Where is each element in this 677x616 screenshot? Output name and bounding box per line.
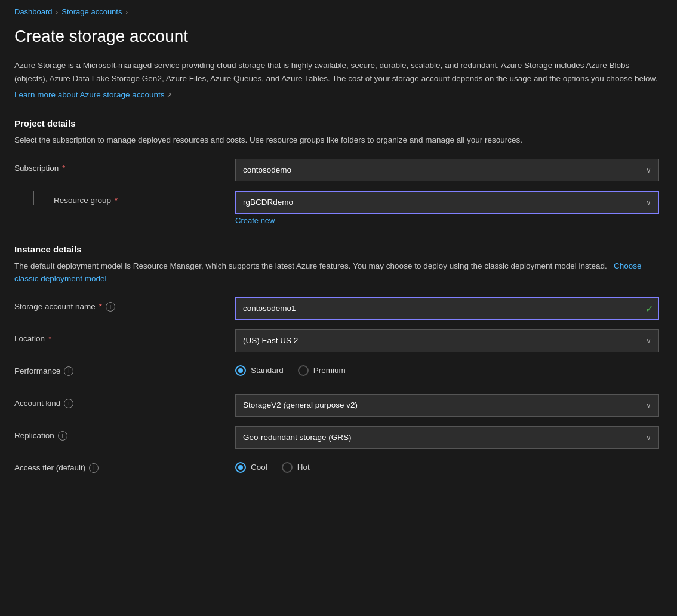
breadcrumb-chevron-2: ›	[125, 8, 128, 16]
instance-desc-text: The default deployment model is Resource…	[14, 261, 607, 270]
subscription-value: contosodemo	[243, 165, 291, 174]
account-kind-dropdown[interactable]: StorageV2 (general purpose v2) ∨	[235, 394, 659, 417]
access-tier-cool-label: Cool	[251, 463, 267, 472]
replication-value: Geo-redundant storage (GRS)	[243, 433, 352, 442]
resource-group-dropdown[interactable]: rgBCDRdemo ∨	[235, 191, 659, 214]
account-kind-label-group: Account kind i	[14, 394, 235, 408]
access-tier-info-icon[interactable]: i	[89, 463, 99, 473]
access-tier-hot-option[interactable]: Hot	[282, 462, 310, 473]
performance-row: Performance i Standard Premium	[14, 362, 663, 384]
location-arrow-icon: ∨	[646, 337, 651, 345]
account-kind-info-icon[interactable]: i	[64, 399, 73, 408]
storage-account-name-label-group: Storage account name * i	[14, 297, 235, 312]
page-title: Create storage account	[14, 27, 663, 46]
create-new-link[interactable]: Create new	[235, 216, 659, 225]
storage-account-name-control: ✓	[235, 297, 659, 320]
subscription-required: *	[62, 164, 65, 173]
instance-details-title: Instance details	[14, 244, 663, 254]
replication-info-icon[interactable]: i	[58, 431, 67, 441]
replication-arrow-icon: ∨	[646, 433, 651, 442]
replication-label-group: Replication i	[14, 426, 235, 441]
breadcrumb-dashboard[interactable]: Dashboard	[14, 7, 53, 16]
breadcrumb-storage-accounts[interactable]: Storage accounts	[61, 7, 122, 16]
learn-more-link[interactable]: Learn more about Azure storage accounts	[14, 90, 164, 99]
breadcrumb: Dashboard › Storage accounts ›	[14, 7, 663, 16]
replication-row: Replication i Geo-redundant storage (GRS…	[14, 426, 663, 449]
access-tier-hot-label: Hot	[297, 463, 310, 472]
access-tier-label: Access tier (default)	[14, 463, 85, 472]
performance-control: Standard Premium	[235, 362, 659, 376]
performance-label: Performance	[14, 366, 60, 375]
performance-premium-radio[interactable]	[298, 365, 309, 376]
subscription-arrow-icon: ∨	[646, 166, 651, 174]
performance-premium-label: Premium	[313, 366, 346, 375]
instance-details-desc: The default deployment model is Resource…	[14, 260, 663, 285]
location-label: Location	[14, 334, 45, 343]
resource-group-row: Resource group * rgBCDRdemo ∨ Create new	[14, 191, 663, 225]
resource-group-value: rgBCDRdemo	[243, 198, 293, 207]
replication-control: Geo-redundant storage (GRS) ∨	[235, 426, 659, 449]
project-details-title: Project details	[14, 118, 663, 128]
subscription-label-group: Subscription *	[14, 159, 235, 173]
location-label-group: Location *	[14, 329, 235, 343]
performance-standard-label: Standard	[251, 366, 284, 375]
subscription-control: contosodemo ∨	[235, 159, 659, 181]
access-tier-hot-radio[interactable]	[282, 462, 293, 473]
resource-group-control: rgBCDRdemo ∨ Create new	[235, 191, 659, 225]
performance-label-group: Performance i	[14, 362, 235, 376]
account-kind-control: StorageV2 (general purpose v2) ∨	[235, 394, 659, 417]
access-tier-cool-radio[interactable]	[235, 462, 246, 473]
performance-standard-dot	[238, 368, 243, 373]
performance-standard-radio[interactable]	[235, 365, 246, 376]
access-tier-label-group: Access tier (default) i	[14, 458, 235, 473]
storage-account-name-info-icon[interactable]: i	[106, 302, 115, 312]
storage-account-name-row: Storage account name * i ✓	[14, 297, 663, 320]
breadcrumb-chevron-1: ›	[56, 8, 59, 16]
resource-group-label: Resource group	[54, 196, 111, 205]
account-kind-label: Account kind	[14, 399, 60, 408]
external-link-icon: ↗	[167, 91, 172, 98]
description-main: Azure Storage is a Microsoft-managed ser…	[14, 59, 663, 85]
location-value: (US) East US 2	[243, 336, 298, 345]
location-dropdown[interactable]: (US) East US 2 ∨	[235, 329, 659, 352]
storage-account-name-check-icon: ✓	[645, 303, 653, 314]
location-row: Location * (US) East US 2 ∨	[14, 329, 663, 352]
performance-info-icon[interactable]: i	[64, 366, 73, 376]
location-required: *	[48, 334, 51, 343]
access-tier-cool-option[interactable]: Cool	[235, 462, 267, 473]
replication-dropdown[interactable]: Geo-redundant storage (GRS) ∨	[235, 426, 659, 449]
storage-account-name-required: *	[99, 302, 102, 311]
access-tier-control: Cool Hot	[235, 458, 659, 473]
project-details-desc: Select the subscription to manage deploy…	[14, 134, 663, 147]
storage-account-name-label: Storage account name	[14, 302, 96, 311]
account-kind-arrow-icon: ∨	[646, 401, 651, 409]
resource-group-arrow-icon: ∨	[646, 198, 651, 207]
subscription-row: Subscription * contosodemo ∨	[14, 159, 663, 181]
access-tier-radio-group: Cool Hot	[235, 458, 659, 473]
subscription-label: Subscription	[14, 164, 59, 173]
location-control: (US) East US 2 ∨	[235, 329, 659, 352]
performance-radio-group: Standard Premium	[235, 362, 659, 376]
performance-premium-option[interactable]: Premium	[298, 365, 346, 376]
storage-account-name-input-wrapper: ✓	[235, 297, 659, 320]
access-tier-cool-dot	[238, 465, 243, 470]
access-tier-row: Access tier (default) i Cool Hot	[14, 458, 663, 481]
resource-group-connector	[33, 191, 45, 205]
resource-group-label-group: Resource group *	[14, 191, 235, 205]
storage-account-name-input[interactable]	[235, 297, 659, 320]
resource-group-required: *	[115, 196, 118, 205]
performance-standard-option[interactable]: Standard	[235, 365, 284, 376]
replication-label: Replication	[14, 431, 54, 440]
subscription-dropdown[interactable]: contosodemo ∨	[235, 159, 659, 181]
account-kind-value: StorageV2 (general purpose v2)	[243, 401, 358, 409]
account-kind-row: Account kind i StorageV2 (general purpos…	[14, 394, 663, 417]
